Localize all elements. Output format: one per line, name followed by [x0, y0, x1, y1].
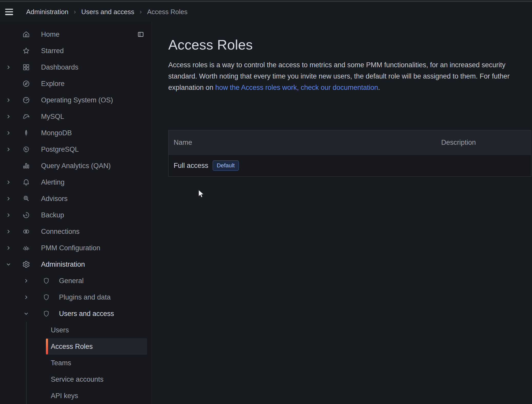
breadcrumb-administration[interactable]: Administration	[26, 8, 68, 16]
chevron-right-icon[interactable]	[5, 245, 12, 251]
app-header: Administration › Users and access › Acce…	[0, 2, 532, 22]
mysql-icon	[22, 112, 30, 121]
sidebar-item-access-roles[interactable]: Access Roles	[0, 338, 152, 355]
chevron-right-icon[interactable]	[23, 294, 29, 300]
burger-bar	[5, 11, 13, 13]
breadcrumb-separator: ›	[140, 8, 142, 15]
chevron-right-icon[interactable]	[5, 179, 12, 185]
gauge-icon	[22, 96, 30, 104]
sidebar-item-label: Dashboards	[41, 63, 78, 71]
sidebar-item-label: API keys	[51, 392, 78, 400]
burger-bar	[5, 9, 13, 10]
docs-link[interactable]: how the Access roles work, check our doc…	[215, 84, 378, 91]
sidebar-item-query-analytics[interactable]: Query Analytics (QAN)	[0, 158, 152, 174]
description-text: .	[378, 84, 380, 91]
sidebar-item-label: Teams	[51, 359, 71, 367]
sidebar-item-pmm-configuration[interactable]: PMM Configuration	[0, 240, 152, 256]
gear-icon	[22, 260, 30, 268]
sidebar-item-label: Alerting	[41, 178, 65, 186]
mongodb-icon	[22, 129, 30, 137]
breadcrumb-current-page: Access Roles	[147, 8, 188, 16]
main-content: Access Roles Access roles is a way to co…	[152, 22, 532, 404]
connections-icon	[22, 227, 30, 236]
shield-icon	[43, 294, 50, 301]
chevron-right-icon[interactable]	[23, 278, 29, 284]
sidebar-item-operating-system[interactable]: Operating System (OS)	[0, 92, 152, 108]
sidebar-item-administration[interactable]: Administration	[0, 256, 152, 273]
sidebar-item-label: Plugins and data	[59, 293, 111, 301]
default-badge: Default	[213, 160, 239, 171]
mega-menu-toggle-icon[interactable]	[5, 9, 13, 15]
sidebar-item-teams[interactable]: Teams	[0, 355, 152, 371]
chevron-right-icon[interactable]	[5, 196, 12, 202]
sidebar-item-service-accounts[interactable]: Service accounts	[0, 371, 152, 388]
sidebar-item-label: PostgreSQL	[41, 146, 79, 153]
sidebar-item-backup[interactable]: Backup	[0, 207, 152, 223]
sidebar-item-mongodb[interactable]: MongoDB	[0, 125, 152, 141]
sidebar-item-label: MongoDB	[41, 129, 72, 137]
chevron-right-icon[interactable]	[5, 113, 12, 120]
sidebar-item-alerting[interactable]: Alerting	[0, 174, 152, 190]
sidebar-item-general[interactable]: General	[0, 273, 152, 289]
page-title: Access Roles	[168, 36, 253, 53]
sidebar-item-explore[interactable]: Explore	[0, 75, 152, 92]
sidebar-item-label: Users	[51, 326, 69, 334]
selected-item-accent-bar	[46, 339, 48, 354]
chevron-down-icon[interactable]	[5, 261, 12, 267]
sidebar-item-advisors[interactable]: Advisors	[0, 190, 152, 207]
home-icon	[22, 30, 30, 39]
sidebar-item-label: Backup	[41, 211, 64, 219]
sidebar-item-label: Advisors	[41, 195, 68, 203]
sidebar-item-home[interactable]: Home	[0, 26, 152, 43]
sidebar-item-label: Starred	[41, 47, 64, 55]
sidebar-item-mysql[interactable]: MySQL	[0, 108, 152, 125]
sidebar-item-label: Explore	[41, 80, 65, 88]
chevron-right-icon[interactable]	[5, 130, 12, 136]
roles-table: Name Description Full access Default	[168, 130, 531, 177]
sidebar-item-label: Connections	[41, 228, 80, 236]
sidebar-item-plugins-and-data[interactable]: Plugins and data	[0, 289, 152, 305]
breadcrumb-separator: ›	[74, 8, 76, 15]
sidebar-item-label: Service accounts	[51, 376, 104, 383]
breadcrumb-users-and-access[interactable]: Users and access	[81, 8, 134, 16]
sidebar-item-postgresql[interactable]: PostgreSQL	[0, 141, 152, 158]
history-icon	[22, 211, 30, 219]
compass-icon	[22, 80, 30, 88]
role-name-cell: Full access Default	[169, 160, 441, 171]
column-header-name: Name	[169, 139, 441, 147]
nav-list: Home Starred Dashboards	[0, 26, 152, 404]
postgresql-icon	[22, 145, 30, 153]
sidebar-item-label: Operating System (OS)	[41, 96, 113, 104]
shield-icon	[43, 310, 50, 318]
advisors-icon	[22, 195, 30, 203]
chevron-right-icon[interactable]	[5, 97, 12, 103]
sidebar-item-label: Query Analytics (QAN)	[41, 162, 111, 170]
column-header-description: Description	[441, 139, 476, 147]
sidebar-item-label: Access Roles	[51, 343, 93, 351]
sidebar-item-users[interactable]: Users	[0, 322, 152, 338]
sidebar-item-label: Home	[41, 31, 60, 39]
apps-icon	[22, 63, 30, 71]
chevron-right-icon[interactable]	[5, 146, 12, 152]
chevron-right-icon[interactable]	[5, 228, 12, 235]
dock-menu-icon[interactable]	[137, 31, 144, 38]
sidebar-item-label: PMM Configuration	[41, 244, 100, 252]
page-description: Access roles is a way to control the acc…	[168, 59, 532, 93]
sidebar-item-connections[interactable]: Connections	[0, 223, 152, 240]
table-header-row: Name Description	[169, 130, 531, 155]
bar-chart-icon	[22, 162, 30, 170]
chevron-down-icon[interactable]	[23, 311, 29, 317]
sidebar-item-dashboards[interactable]: Dashboards	[0, 59, 152, 75]
sidebar-item-api-keys[interactable]: API keys	[0, 388, 152, 404]
burger-bar	[5, 14, 13, 15]
bell-icon	[22, 178, 30, 186]
chevron-right-icon[interactable]	[5, 212, 12, 218]
sidebar-item-starred[interactable]: Starred	[0, 43, 152, 59]
sidebar-item-users-and-access[interactable]: Users and access	[0, 305, 152, 322]
sidebar-item-label: Users and access	[59, 310, 114, 318]
mega-menu-sidebar: Home Starred Dashboards	[0, 22, 152, 404]
sidebar-item-label: General	[59, 277, 84, 285]
breadcrumb: Administration › Users and access › Acce…	[26, 8, 188, 16]
chevron-right-icon[interactable]	[5, 64, 12, 70]
table-row[interactable]: Full access Default	[169, 155, 531, 176]
